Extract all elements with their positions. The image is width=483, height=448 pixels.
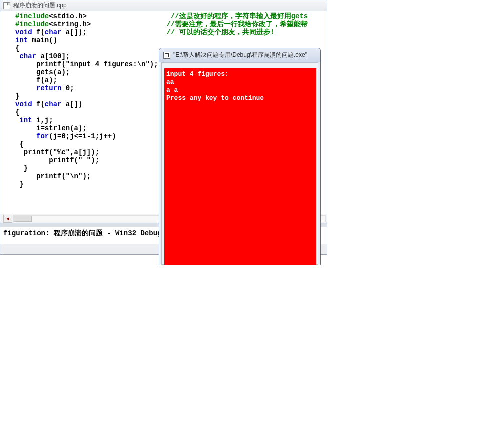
file-icon (4, 2, 10, 10)
console-output[interactable]: input 4 figures: aa a a Press any key to… (164, 68, 316, 265)
console-title: "E:\帮人解决问题专用\Debug\程序崩溃的问题.exe" (174, 51, 308, 60)
console-window[interactable]: "E:\帮人解决问题专用\Debug\程序崩溃的问题.exe" input 4 … (159, 48, 321, 266)
ide-tab-title[interactable]: 程序崩溃的问题.cpp (14, 2, 67, 10)
scroll-thumb[interactable] (14, 216, 32, 222)
ide-tab-bar: 程序崩溃的问题.cpp (0, 0, 327, 12)
console-app-icon (164, 52, 170, 59)
console-titlebar[interactable]: "E:\帮人解决问题专用\Debug\程序崩溃的问题.exe" (160, 48, 320, 62)
build-output-line: figuration: 程序崩溃的问题 - Win32 Debug (4, 230, 162, 238)
scroll-left-arrow-icon[interactable]: ◄ (4, 215, 12, 223)
